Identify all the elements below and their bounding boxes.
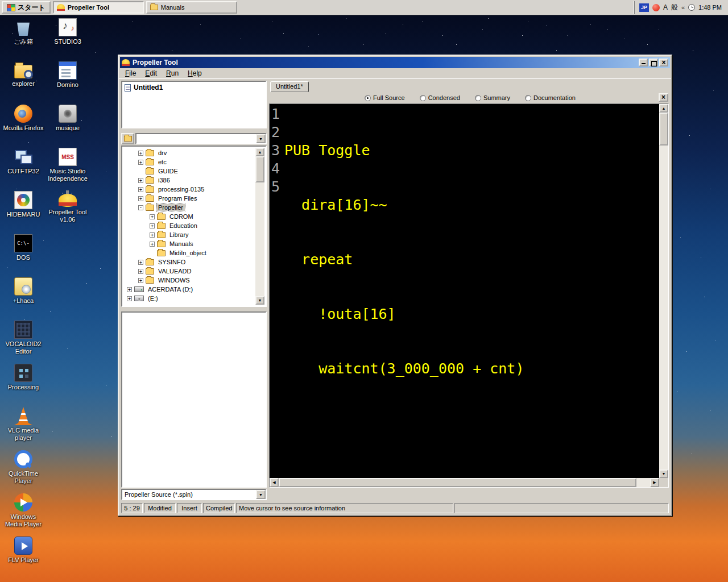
tree-item-education[interactable]: +Education (123, 221, 254, 230)
desktop-icon-recycle-bin[interactable]: ごみ箱 (2, 18, 45, 61)
menu-edit[interactable]: Edit (140, 68, 162, 78)
vocaloid-grid-icon (14, 321, 32, 339)
start-button[interactable]: スタート (2, 1, 51, 14)
expand-icon[interactable]: + (127, 296, 132, 301)
desktop-icon-musique[interactable]: musique (46, 105, 89, 148)
editor-close-button[interactable] (659, 93, 668, 102)
scrollbar-thumb[interactable] (659, 113, 668, 146)
editor-horizontal-scrollbar[interactable] (270, 478, 659, 487)
desktop-icon-lhaca[interactable]: +Lhaca (2, 277, 45, 321)
desktop-icon-wmp[interactable]: Windows Media Player (2, 493, 45, 537)
radio-full-source[interactable]: Full Source (365, 94, 405, 101)
radio-dot-icon (475, 95, 481, 101)
tree-item-acerdata-d[interactable]: +ACERDATA (D:) (123, 285, 254, 294)
taskbar-task-manuals[interactable]: Manuals (146, 1, 237, 14)
desktop-icon-flv-player[interactable]: FLV Player (2, 537, 45, 580)
collapse-icon[interactable]: - (138, 205, 143, 210)
radio-dot-icon (420, 95, 426, 101)
tree-item-sysinfo[interactable]: +SYSINFO (123, 257, 254, 267)
ime-conversion-mode[interactable]: 般 (671, 3, 678, 13)
expand-icon[interactable]: + (150, 223, 155, 228)
tab-untitled1[interactable]: Untitled1* (270, 81, 309, 92)
desktop-icon-vocaloid2[interactable]: VOCALOID2 Editor (2, 321, 45, 364)
status-filler-cell (454, 503, 669, 513)
chevron-down-icon[interactable] (256, 134, 266, 143)
tree-item-propeller[interactable]: -Propeller (123, 203, 254, 212)
open-files-list[interactable]: Untitled1 (121, 81, 267, 128)
maximize-button[interactable] (649, 59, 658, 66)
desktop-icon-firefox[interactable]: Mozilla Firefox (2, 105, 45, 148)
icon-label: DOS (16, 254, 30, 261)
expand-icon[interactable]: + (138, 260, 143, 265)
quicktime-icon (14, 450, 32, 468)
desktop-icon-cutftp32[interactable]: CUTFTP32 (2, 148, 45, 191)
desktop-icon-music-studio[interactable]: MSS Music Studio Independence (46, 148, 89, 191)
tray-collapse-chevron[interactable]: « (681, 4, 685, 11)
ime-input-mode[interactable]: A (663, 3, 668, 11)
menu-help[interactable]: Help (183, 68, 206, 78)
path-combo[interactable] (135, 133, 267, 144)
radio-summary[interactable]: Summary (475, 94, 510, 101)
radio-label: Condensed (428, 94, 460, 101)
expand-icon[interactable]: + (138, 278, 143, 283)
desktop-icon-processing[interactable]: Processing (2, 364, 45, 407)
menu-file[interactable]: File (121, 68, 140, 78)
tree-item-guide[interactable]: GUIDE (123, 167, 254, 176)
tree-item-valueadd[interactable]: +VALUEADD (123, 267, 254, 276)
expand-icon[interactable]: + (138, 187, 143, 192)
tree-item-cdrom[interactable]: +CDROM (123, 212, 254, 221)
minimize-button[interactable] (639, 59, 648, 66)
scroll-right-button[interactable] (650, 478, 659, 487)
expand-icon[interactable]: + (150, 232, 155, 238)
ime-ball-icon[interactable] (652, 4, 660, 11)
window-titlebar[interactable]: Propeller Tool (120, 57, 670, 68)
window-app-icon[interactable] (122, 59, 130, 66)
desktop-icon-vlc[interactable]: VLC media player (2, 407, 45, 450)
scroll-left-button[interactable] (270, 478, 279, 487)
menu-run[interactable]: Run (162, 68, 183, 78)
scrollbar-thumb[interactable] (255, 156, 264, 182)
scrollbar-thumb[interactable] (279, 478, 636, 487)
expand-icon[interactable]: + (150, 242, 155, 247)
expand-icon[interactable]: + (127, 287, 132, 292)
scroll-up-button[interactable] (659, 104, 668, 113)
expand-icon[interactable]: + (138, 160, 143, 165)
desktop-icon-domino[interactable]: Domino (46, 61, 89, 105)
tree-item-e-drive[interactable]: +(E:) (123, 294, 254, 303)
tree-item-processing-0135[interactable]: +processing-0135 (123, 185, 254, 194)
tree-item-drv[interactable]: +drv (123, 148, 254, 157)
desktop-icon-studio3[interactable]: STUDIO3 (46, 18, 89, 61)
tree-scrollbar[interactable] (255, 148, 264, 305)
taskbar-task-propeller-tool[interactable]: Propeller Tool (53, 1, 144, 14)
desktop-icon-explorer[interactable]: explorer (2, 61, 45, 105)
chevron-down-icon[interactable] (256, 490, 266, 499)
file-type-filter[interactable]: Propeller Source (*.spin) (121, 489, 267, 500)
desktop-icon-dos[interactable]: C:\- DOS (2, 234, 45, 277)
tree-item-etc[interactable]: +etc (123, 157, 254, 167)
jp-language-indicator[interactable]: JP (639, 3, 649, 12)
folder-browse-button[interactable] (121, 133, 134, 144)
radio-documentation[interactable]: Documentation (525, 94, 576, 101)
scroll-down-button[interactable] (659, 469, 668, 478)
radio-condensed[interactable]: Condensed (420, 94, 460, 101)
tree-item-manuals[interactable]: +Manuals (123, 239, 254, 248)
desktop-icon-propeller-tool[interactable]: Propeller Tool v1.06 (46, 191, 89, 234)
expand-icon[interactable]: + (138, 196, 143, 201)
open-file-item[interactable]: Untitled1 (122, 82, 266, 93)
tree-item-i386[interactable]: +i386 (123, 176, 254, 185)
desktop-icon-quicktime[interactable]: QuickTime Player (2, 450, 45, 493)
tree-item-library[interactable]: +Library (123, 230, 254, 239)
tree-item-program-files[interactable]: +Program Files (123, 194, 254, 203)
desktop-icon-hidemaru[interactable]: HIDEMARU (2, 191, 45, 234)
editor-vertical-scrollbar[interactable] (659, 104, 668, 478)
scroll-down-button[interactable] (255, 296, 264, 305)
close-button[interactable] (659, 59, 668, 66)
expand-icon[interactable]: + (150, 214, 155, 219)
scroll-up-button[interactable] (255, 148, 264, 156)
tree-item-midiin-object[interactable]: MidiIn_object (123, 248, 254, 257)
tree-item-windows[interactable]: +WINDOWS (123, 276, 254, 285)
expand-icon[interactable]: + (138, 269, 143, 274)
expand-icon[interactable]: + (138, 178, 143, 183)
code-editor[interactable]: 1 2 3 4 5 PUB Toggle dira[16]~~ repeat !… (270, 104, 659, 478)
expand-icon[interactable]: + (138, 151, 143, 156)
